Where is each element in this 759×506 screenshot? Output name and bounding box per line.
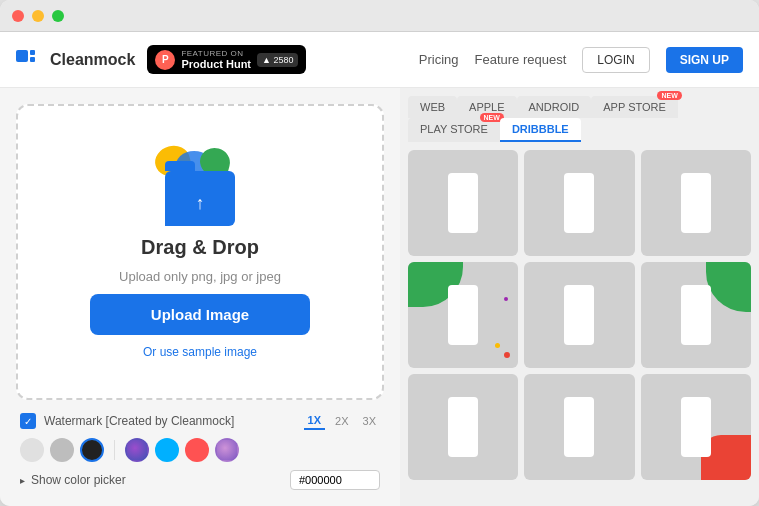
folder-tab <box>165 161 195 171</box>
phone-5 <box>564 285 594 345</box>
dot-yellow-1 <box>495 343 500 348</box>
mockup-card-4[interactable] <box>408 262 518 368</box>
cleanmock-logo-svg <box>16 50 44 70</box>
mockup-card-9[interactable] <box>641 374 751 480</box>
app-store-badge: NEW <box>657 91 681 100</box>
watermark-checkbox[interactable]: ✓ <box>20 413 36 429</box>
dot-purple-1 <box>504 297 508 301</box>
phone-3 <box>681 173 711 233</box>
svg-rect-2 <box>30 57 35 62</box>
scale-1x-button[interactable]: 1X <box>304 412 325 430</box>
phone-4 <box>448 285 478 345</box>
tab-web[interactable]: WEB <box>408 96 457 118</box>
ph-count-value: ▲ 2580 <box>262 55 293 65</box>
tabs-row: WEB APPLE ANDROID APP STORE NEW PLAY STO… <box>408 96 751 142</box>
logo-text: Cleanmock <box>50 51 135 69</box>
phone-7 <box>448 397 478 457</box>
color-swatch-purple[interactable] <box>125 438 149 462</box>
main-content: ↑ Drag & Drop Upload only png, jpg or jp… <box>0 88 759 506</box>
nav-feature-request[interactable]: Feature request <box>475 52 567 67</box>
upload-image-button[interactable]: Upload Image <box>90 294 310 335</box>
left-panel: ↑ Drag & Drop Upload only png, jpg or jp… <box>0 88 400 506</box>
color-swatch-gray[interactable] <box>50 438 74 462</box>
scale-2x-button[interactable]: 2X <box>331 413 352 429</box>
green-corner-tr <box>706 262 751 312</box>
watermark-label: Watermark [Created by Cleanmock] <box>44 414 296 428</box>
chevron-icon: ▸ <box>20 475 25 486</box>
phone-2 <box>564 173 594 233</box>
watermark-row: ✓ Watermark [Created by Cleanmock] 1X 2X… <box>20 412 380 430</box>
app-window: Cleanmock P FEATURED ON Product Hunt ▲ 2… <box>0 0 759 506</box>
tab-play-store[interactable]: PLAY STORE NEW <box>408 118 500 142</box>
folder-illustration: ↑ <box>155 146 245 226</box>
mockup-grid <box>408 150 751 480</box>
controls-panel: ✓ Watermark [Created by Cleanmock] 1X 2X… <box>16 412 384 490</box>
tab-dribbble[interactable]: DRIBBBLE <box>500 118 581 142</box>
tab-app-store[interactable]: APP STORE NEW <box>591 96 678 118</box>
upload-arrow-icon: ↑ <box>196 193 205 214</box>
color-swatch-white[interactable] <box>20 438 44 462</box>
ph-logo-icon: P <box>155 50 175 70</box>
scale-buttons: 1X 2X 3X <box>304 412 380 430</box>
phone-6 <box>681 285 711 345</box>
ph-text: FEATURED ON Product Hunt <box>181 49 251 70</box>
color-divider <box>114 440 115 460</box>
mockup-card-8[interactable] <box>524 374 634 480</box>
logo-icon <box>16 50 44 70</box>
header: Cleanmock P FEATURED ON Product Hunt ▲ 2… <box>0 32 759 88</box>
mockup-card-2[interactable] <box>524 150 634 256</box>
mockup-card-5[interactable] <box>524 262 634 368</box>
color-swatch-black[interactable] <box>80 438 104 462</box>
hex-color-input[interactable] <box>290 470 380 490</box>
phone-9 <box>681 397 711 457</box>
close-dot[interactable] <box>12 10 24 22</box>
dot-red-1 <box>504 352 510 358</box>
svg-rect-1 <box>30 50 35 55</box>
mockup-card-6[interactable] <box>641 262 751 368</box>
drop-zone[interactable]: ↑ Drag & Drop Upload only png, jpg or jp… <box>16 104 384 400</box>
phone-8 <box>564 397 594 457</box>
tab-android[interactable]: ANDROID <box>517 96 592 118</box>
sample-image-link[interactable]: Or use sample image <box>143 345 257 359</box>
signup-button[interactable]: SIGN UP <box>666 47 743 73</box>
titlebar <box>0 0 759 32</box>
svg-rect-0 <box>16 50 28 62</box>
ph-featured-label: FEATURED ON <box>181 49 251 58</box>
mockup-card-7[interactable] <box>408 374 518 480</box>
drag-drop-subtitle: Upload only png, jpg or jpeg <box>119 269 281 284</box>
scale-3x-button[interactable]: 3X <box>359 413 380 429</box>
color-swatch-red[interactable] <box>185 438 209 462</box>
folder-body: ↑ <box>165 171 235 226</box>
color-swatch-lavender[interactable] <box>215 438 239 462</box>
right-panel: WEB APPLE ANDROID APP STORE NEW PLAY STO… <box>400 88 759 506</box>
header-nav: Pricing Feature request LOGIN SIGN UP <box>419 47 743 73</box>
nav-pricing[interactable]: Pricing <box>419 52 459 67</box>
product-hunt-badge[interactable]: P FEATURED ON Product Hunt ▲ 2580 <box>147 45 306 74</box>
phone-1 <box>448 173 478 233</box>
color-swatch-blue[interactable] <box>155 438 179 462</box>
ph-count: ▲ 2580 <box>257 53 298 67</box>
show-picker-label: Show color picker <box>31 473 126 487</box>
mockup-card-3[interactable] <box>641 150 751 256</box>
drag-drop-title: Drag & Drop <box>141 236 259 259</box>
minimize-dot[interactable] <box>32 10 44 22</box>
ph-name: Product Hunt <box>181 58 251 70</box>
login-button[interactable]: LOGIN <box>582 47 649 73</box>
mockup-card-1[interactable] <box>408 150 518 256</box>
color-row <box>20 438 380 462</box>
show-color-picker-row[interactable]: ▸ Show color picker <box>20 470 380 490</box>
logo: Cleanmock <box>16 50 135 70</box>
maximize-dot[interactable] <box>52 10 64 22</box>
